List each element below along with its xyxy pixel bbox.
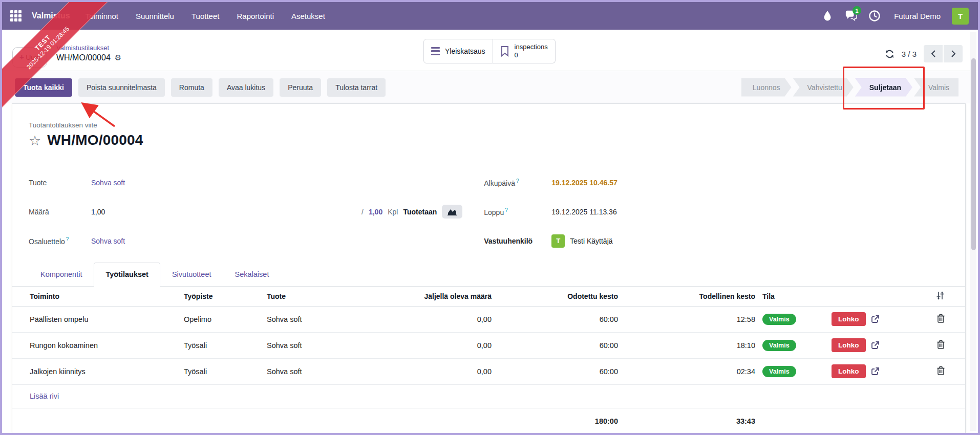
refresh-icon[interactable] xyxy=(885,49,894,59)
scrollbar-thumb[interactable] xyxy=(971,58,976,250)
status-badge: Valmis xyxy=(762,366,796,377)
top-navbar: Valmistus Toiminnot Suunnittelu Tuotteet… xyxy=(2,2,978,30)
responsible-value[interactable]: Testi Käyttäjä xyxy=(570,237,612,245)
start-date-value[interactable]: 19.12.2025 10.46.57 xyxy=(551,179,617,187)
cancel-button[interactable]: Peruuta xyxy=(280,78,321,97)
menu-toiminnot[interactable]: Toiminnot xyxy=(86,12,118,20)
status-step-suljetaan[interactable]: Suljetaan xyxy=(855,78,912,97)
tab-tyotilaukset[interactable]: Työtilaukset xyxy=(94,263,160,287)
cell-tyopiste[interactable]: Työsali xyxy=(184,358,267,384)
tab-komponentit[interactable]: Komponentit xyxy=(29,263,94,286)
cell-todellinen[interactable]: 12:58 xyxy=(620,306,757,332)
unlock-button[interactable]: Avaa lukitus xyxy=(219,78,273,97)
messages-icon[interactable]: 1 xyxy=(845,10,857,22)
favorite-star-icon[interactable]: ☆ xyxy=(29,134,41,147)
overview-label: Yleiskatsaus xyxy=(445,47,485,55)
tab-sivutuotteet[interactable]: Sivutuotteet xyxy=(160,263,223,286)
cell-toiminto[interactable]: Päällisten ompelu xyxy=(12,306,184,332)
new-button[interactable]: + Uusi xyxy=(12,47,47,68)
cell-toiminto[interactable]: Rungon kokoaminen xyxy=(12,332,184,358)
produce-all-button[interactable]: Tuota kaikki xyxy=(15,78,72,97)
bom-value[interactable]: Sohva soft xyxy=(91,237,125,245)
external-link-icon[interactable] xyxy=(871,341,880,350)
tab-sekalaiset[interactable]: Sekalaiset xyxy=(223,263,281,286)
gear-icon[interactable]: ⚙ xyxy=(115,53,121,62)
activities-clock-icon[interactable] xyxy=(868,10,881,22)
vertical-scrollbar[interactable] xyxy=(970,32,976,431)
external-link-icon[interactable] xyxy=(871,367,880,376)
add-row-link[interactable]: Lisää rivi xyxy=(12,384,965,408)
droplet-icon[interactable] xyxy=(821,10,834,22)
scrap-button[interactable]: Romuta xyxy=(171,78,212,97)
menu-raportointi[interactable]: Raportointi xyxy=(237,12,274,20)
cell-toiminto[interactable]: Jalkojen kiinnitys xyxy=(12,358,184,384)
status-pipeline: Luonnos Vahvistettu Suljetaan Valmis xyxy=(741,78,958,97)
bom-help-icon[interactable]: ? xyxy=(66,236,69,242)
workorder-row[interactable]: Päällisten ompelu Opelimo Sohva soft 0,0… xyxy=(12,306,965,332)
menu-suunnittelu[interactable]: Suunnittelu xyxy=(136,12,174,20)
plus-icon: + xyxy=(19,53,24,62)
cell-tuote[interactable]: Sohva soft xyxy=(267,358,404,384)
overview-stat-button[interactable]: Yleiskatsaus xyxy=(423,39,493,63)
end-date-help-icon[interactable]: ? xyxy=(505,207,508,213)
print-labels-button[interactable]: Tulosta tarrat xyxy=(327,78,386,97)
delete-row-icon[interactable] xyxy=(937,314,945,323)
cell-tuote[interactable]: Sohva soft xyxy=(267,332,404,358)
breadcrumb: Valmistustilaukset WH/MO/00004 ⚙ xyxy=(56,44,121,62)
app-name[interactable]: Valmistus xyxy=(32,11,70,20)
cell-todellinen[interactable]: 02:34 xyxy=(620,358,757,384)
breadcrumb-parent[interactable]: Valmistustilaukset xyxy=(56,44,121,52)
product-value[interactable]: Sohva soft xyxy=(91,179,125,187)
col-toiminto[interactable]: Toiminto xyxy=(12,287,184,306)
responsible-avatar: T xyxy=(551,234,565,248)
notebook-tabs: Komponentit Työtilaukset Sivutuotteet Se… xyxy=(12,263,965,287)
cell-jaljella[interactable]: 0,00 xyxy=(404,306,494,332)
workorder-row[interactable]: Jalkojen kiinnitys Työsali Sohva soft 0,… xyxy=(12,358,965,384)
menu-tuotteet[interactable]: Tuotteet xyxy=(191,12,219,20)
unplan-button[interactable]: Poista suunnitelmasta xyxy=(78,78,165,97)
col-tyopiste[interactable]: Työpiste xyxy=(184,287,267,306)
status-step-vahvistettu[interactable]: Vahvistettu xyxy=(793,78,854,97)
status-step-luonnos[interactable]: Luonnos xyxy=(741,78,792,97)
quantity-input[interactable]: 1,00 xyxy=(91,208,105,216)
col-jaljella[interactable]: Jäljellä oleva määrä xyxy=(404,287,494,306)
forecast-chart-button[interactable] xyxy=(442,205,462,219)
end-date-value[interactable]: 19.12.2025 11.13.36 xyxy=(551,208,616,216)
cell-tuote[interactable]: Sohva soft xyxy=(267,306,404,332)
main-menu: Toiminnot Suunnittelu Tuotteet Raportoin… xyxy=(86,12,325,20)
col-odotettu[interactable]: Odotettu kesto xyxy=(494,287,620,306)
col-tila[interactable]: Tila xyxy=(757,287,832,306)
external-link-icon[interactable] xyxy=(871,315,880,323)
cell-todellinen[interactable]: 18:10 xyxy=(620,332,757,358)
control-panel: + Uusi Valmistustilaukset WH/MO/00004 ⚙ … xyxy=(2,30,978,71)
cell-odotettu[interactable]: 60:00 xyxy=(494,358,620,384)
planned-quantity: 1,00 xyxy=(369,208,382,216)
messages-badge: 1 xyxy=(853,6,861,15)
block-button[interactable]: Lohko xyxy=(832,364,866,378)
delete-row-icon[interactable] xyxy=(937,340,945,349)
block-button[interactable]: Lohko xyxy=(832,312,866,326)
status-step-valmis[interactable]: Valmis xyxy=(914,78,958,97)
pager-count: 3 / 3 xyxy=(902,50,917,58)
pager-next-button[interactable] xyxy=(944,45,963,62)
cell-tyopiste[interactable]: Työsali xyxy=(184,332,267,358)
cell-tyopiste[interactable]: Opelimo xyxy=(184,306,267,332)
start-date-help-icon[interactable]: ? xyxy=(516,178,519,184)
quantity-separator: / xyxy=(361,208,364,216)
workorder-row[interactable]: Rungon kokoaminen Työsali Sohva soft 0,0… xyxy=(12,332,965,358)
apps-menu-icon[interactable] xyxy=(10,10,22,21)
cell-odotettu[interactable]: 60:00 xyxy=(494,306,620,332)
col-tuote[interactable]: Tuote xyxy=(267,287,404,306)
block-button[interactable]: Lohko xyxy=(832,338,866,352)
delete-row-icon[interactable] xyxy=(937,366,945,375)
menu-asetukset[interactable]: Asetukset xyxy=(291,12,325,20)
col-todellinen[interactable]: Todellinen kesto xyxy=(620,287,757,306)
cell-odotettu[interactable]: 60:00 xyxy=(494,332,620,358)
pager-previous-button[interactable] xyxy=(924,45,943,62)
cell-jaljella[interactable]: 0,00 xyxy=(404,358,494,384)
optional-columns-icon[interactable] xyxy=(935,291,945,300)
company-name[interactable]: Futural Demo xyxy=(894,12,941,20)
cell-jaljella[interactable]: 0,00 xyxy=(404,332,494,358)
inspections-stat-button[interactable]: inspections 0 xyxy=(493,39,556,63)
user-avatar[interactable]: T xyxy=(952,8,969,25)
